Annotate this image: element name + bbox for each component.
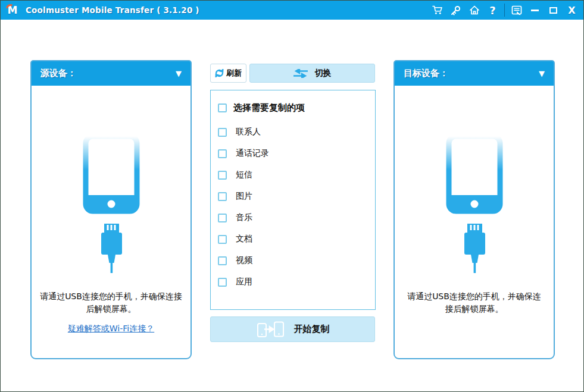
titlebar-buttons: ? X [428, 1, 583, 20]
switch-button[interactable]: 切换 [249, 64, 375, 83]
source-device-panel: 源设备： ▼ 请通过USB连接您的手机，并确保连接后解锁屏幕。 疑难解答或Wi-… [30, 60, 192, 359]
copy-option-checkbox[interactable] [218, 149, 227, 158]
copy-option-checkbox[interactable] [218, 278, 227, 287]
copy-option-label: 短信 [236, 170, 252, 180]
copy-option-label: 图片 [236, 191, 252, 202]
refresh-button[interactable]: 刷新 [210, 64, 246, 83]
store-button[interactable] [428, 1, 446, 20]
source-panel-body: 请通过USB连接您的手机，并确保连接后解锁屏幕。 疑难解答或Wi-Fi连接？ [32, 86, 190, 359]
chevron-down-icon[interactable]: ▼ [176, 69, 182, 78]
select-all-checkbox[interactable] [218, 104, 227, 112]
minimize-button[interactable] [526, 1, 544, 20]
copy-option-row[interactable]: 图片 [218, 186, 368, 207]
copy-option-row[interactable]: 短信 [218, 164, 368, 186]
target-instruction: 请通过USB连接您的手机，并确保连接后解锁屏幕。 [405, 290, 544, 315]
phone-usb-icon [82, 133, 141, 274]
source-instruction: 请通过USB连接您的手机，并确保连接后解锁屏幕。 [36, 290, 186, 315]
copy-option-label: 视频 [236, 255, 252, 266]
copy-options-list: 联系人通话记录短信图片音乐文档视频应用 [218, 121, 368, 293]
copy-option-label: 应用 [236, 277, 252, 287]
start-copy-button[interactable]: 开始复制 [210, 316, 375, 342]
cart-icon [432, 5, 443, 15]
app-logo-icon: M [6, 4, 19, 17]
refresh-label: 刷新 [226, 68, 242, 79]
source-device-header[interactable]: 源设备： ▼ [32, 61, 190, 86]
home-button[interactable] [465, 1, 483, 20]
copy-option-row[interactable]: 应用 [218, 271, 368, 293]
target-device-header[interactable]: 目标设备： ▼ [395, 61, 554, 86]
copy-option-label: 通话记录 [236, 148, 269, 159]
help-icon: ? [489, 4, 495, 17]
select-all-label: 选择需要复制的项 [233, 102, 305, 114]
source-device-label: 源设备： [40, 68, 76, 79]
copy-option-row[interactable]: 视频 [218, 250, 368, 271]
target-panel-body: 请通过USB连接您的手机，并确保连接后解锁屏幕。 [395, 86, 554, 359]
copy-option-checkbox[interactable] [218, 192, 227, 201]
swap-arrows-icon [293, 69, 308, 78]
titlebar: M Coolmuster Mobile Transfer ( 3.1.20 ) … [1, 1, 583, 20]
select-all-row[interactable]: 选择需要复制的项 [218, 98, 368, 117]
minimize-icon [531, 10, 539, 11]
maximize-button[interactable] [544, 1, 563, 20]
maximize-icon [549, 7, 557, 14]
copy-option-checkbox[interactable] [218, 128, 227, 137]
feedback-button[interactable] [507, 1, 526, 20]
copy-option-checkbox[interactable] [218, 171, 227, 180]
copy-option-checkbox[interactable] [218, 214, 227, 222]
feedback-icon [511, 5, 522, 15]
copy-option-checkbox[interactable] [218, 235, 227, 244]
source-link-wrap: 疑难解答或Wi-Fi连接？ [32, 322, 190, 334]
start-copy-label: 开始复制 [294, 324, 330, 335]
window-title: Coolmuster Mobile Transfer ( 3.1.20 ) [26, 5, 199, 15]
copy-options-box: 选择需要复制的项 联系人通话记录短信图片音乐文档视频应用 [210, 90, 376, 310]
copy-option-label: 联系人 [236, 127, 261, 137]
copy-option-row[interactable]: 文档 [218, 228, 368, 250]
copy-option-row[interactable]: 音乐 [218, 207, 368, 228]
key-icon [451, 5, 461, 15]
copy-option-checkbox[interactable] [218, 256, 227, 265]
phone-transfer-icon [256, 321, 285, 338]
copy-option-label: 音乐 [236, 212, 252, 223]
app-window: { "titlebar": { "title": "Coolmuster Mob… [0, 0, 584, 392]
copy-option-row[interactable]: 联系人 [218, 121, 368, 143]
phone-usb-icon [445, 133, 504, 274]
chevron-down-icon[interactable]: ▼ [539, 69, 545, 78]
copy-option-label: 文档 [236, 234, 252, 244]
copy-option-row[interactable]: 通话记录 [218, 143, 368, 164]
troubleshoot-wifi-link[interactable]: 疑难解答或Wi-Fi连接？ [68, 324, 154, 333]
close-icon: X [568, 5, 575, 16]
target-device-panel: 目标设备： ▼ 请通过USB连接您的手机，并确保连接后解锁屏幕。 [394, 60, 555, 359]
switch-label: 切换 [315, 68, 332, 79]
close-button[interactable]: X [563, 1, 581, 20]
help-button[interactable]: ? [483, 1, 502, 20]
home-icon [469, 5, 480, 15]
target-device-label: 目标设备： [404, 68, 448, 79]
register-button[interactable] [446, 1, 465, 20]
titlebar-divider [504, 4, 505, 17]
refresh-icon [215, 69, 224, 77]
